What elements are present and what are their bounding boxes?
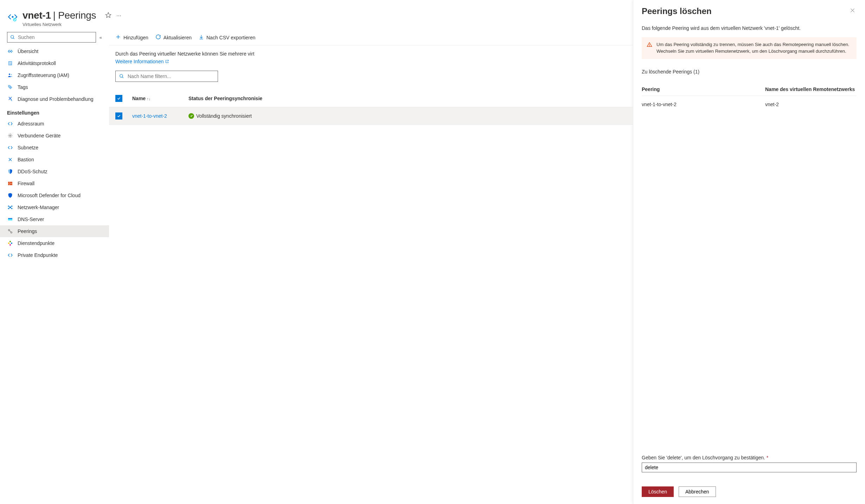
cancel-button[interactable]: Abbrechen xyxy=(679,486,716,497)
sidebar-search-input[interactable] xyxy=(18,34,93,40)
panel-table-row: vnet-1-to-vnet-2vnet-2 xyxy=(642,96,857,111)
sidebar-item[interactable]: Adressraum xyxy=(0,118,109,130)
download-icon xyxy=(199,34,204,41)
nav-label: Firewall xyxy=(18,181,34,186)
svg-point-10 xyxy=(9,73,10,75)
sidebar-item[interactable]: Private Endpunkte xyxy=(0,249,109,261)
panel-remote-name: vnet-2 xyxy=(765,102,857,107)
select-all-checkbox[interactable] xyxy=(115,95,122,102)
nav-icon xyxy=(7,60,13,66)
svg-line-38 xyxy=(122,77,123,78)
resource-type: Virtuelles Netzwerk xyxy=(23,22,96,27)
nav-label: Private Endpunkte xyxy=(18,252,58,258)
svg-marker-2 xyxy=(106,13,111,18)
column-status-header[interactable]: Status der Peeringsynchronisie xyxy=(188,96,627,101)
confirm-delete-input[interactable] xyxy=(642,463,857,472)
refresh-button[interactable]: Aktualisieren xyxy=(155,34,192,41)
sidebar-item[interactable]: DDoS-Schutz xyxy=(0,166,109,177)
table-row[interactable]: vnet-1-to-vnet-2Vollständig synchronisie… xyxy=(109,107,633,125)
add-button[interactable]: Hinzufügen xyxy=(115,34,148,41)
refresh-icon xyxy=(155,34,161,41)
sidebar-item[interactable]: Bastion xyxy=(0,154,109,166)
nav-label: Dienstendpunkte xyxy=(18,240,55,246)
collapse-sidebar-icon[interactable]: « xyxy=(100,35,102,40)
sidebar-item[interactable]: Peerings xyxy=(0,225,109,237)
sidebar-item[interactable]: Microsoft Defender for Cloud xyxy=(0,189,109,201)
search-icon xyxy=(119,74,124,79)
svg-point-37 xyxy=(120,75,123,77)
nav-icon xyxy=(7,72,13,78)
svg-point-42 xyxy=(649,46,649,46)
nav-label: DNS-Server xyxy=(18,217,44,222)
nav-label: Netzwerk-Manager xyxy=(18,205,59,210)
sidebar-item[interactable]: Tags xyxy=(0,81,109,93)
svg-point-11 xyxy=(11,74,12,75)
nav-icon xyxy=(7,252,13,258)
peering-link[interactable]: vnet-1-to-vnet-2 xyxy=(132,113,167,119)
nav-icon xyxy=(7,216,13,222)
vnet-icon xyxy=(7,11,18,22)
sidebar-search[interactable] xyxy=(7,32,96,43)
svg-point-31 xyxy=(9,241,11,242)
nav-icon xyxy=(7,144,13,151)
svg-rect-14 xyxy=(8,182,12,185)
nav-icon xyxy=(7,180,13,187)
sidebar-item[interactable]: Zugriffssteuerung (IAM) xyxy=(0,69,109,81)
svg-point-29 xyxy=(8,243,9,244)
export-csv-button[interactable]: Nach CSV exportieren xyxy=(199,34,255,41)
svg-point-12 xyxy=(9,86,9,86)
filter-input[interactable] xyxy=(128,73,214,79)
delete-button[interactable]: Löschen xyxy=(642,486,674,497)
svg-line-4 xyxy=(13,38,14,39)
panel-intro: Das folgende Peering wird aus dem virtue… xyxy=(642,25,857,31)
nav-icon xyxy=(7,121,13,127)
search-icon xyxy=(10,35,15,40)
more-icon[interactable]: ⋯ xyxy=(116,13,121,19)
nav-label: DDoS-Schutz xyxy=(18,169,47,174)
favorite-star-icon[interactable] xyxy=(105,12,111,19)
sidebar-item[interactable]: Aktivitätsprotokoll xyxy=(0,57,109,69)
row-checkbox[interactable] xyxy=(115,112,122,119)
sidebar-item[interactable]: Netzwerk-Manager xyxy=(0,201,109,213)
peerings-table: Name↑↓ Status der Peeringsynchronisie vn… xyxy=(109,90,633,125)
sidebar-item[interactable]: Übersicht xyxy=(0,45,109,57)
warning-banner: Um das Peering vollständig zu trennen, m… xyxy=(642,37,857,59)
svg-rect-8 xyxy=(9,63,12,63)
svg-point-1 xyxy=(13,18,17,21)
sidebar-item[interactable]: Dienstendpunkte xyxy=(0,237,109,249)
nav-icon xyxy=(7,204,13,211)
svg-point-32 xyxy=(9,244,11,246)
panel-col-peering: Peering xyxy=(642,86,765,92)
svg-point-23 xyxy=(8,208,9,209)
sidebar-item[interactable]: Diagnose und Problembehandlung xyxy=(0,93,109,105)
nav-label: Subnetze xyxy=(18,145,38,150)
sidebar-item[interactable]: DNS-Server xyxy=(0,213,109,225)
nav-label: Aktivitätsprotokoll xyxy=(18,60,56,66)
column-name-header[interactable]: Name↑↓ xyxy=(132,96,188,101)
learn-more-link[interactable]: Weitere Informationen xyxy=(109,58,175,69)
delete-peerings-panel: Peerings löschen Das folgende Peering wi… xyxy=(633,0,865,504)
sidebar-item[interactable]: Firewall xyxy=(0,177,109,189)
warning-icon xyxy=(647,42,652,55)
nav-icon xyxy=(7,240,13,246)
nav-label: Microsoft Defender for Cloud xyxy=(18,193,81,198)
nav-icon xyxy=(7,96,13,102)
close-panel-icon[interactable] xyxy=(848,6,857,16)
svg-rect-26 xyxy=(8,218,12,219)
nav-icon xyxy=(7,228,13,234)
nav-label: Bastion xyxy=(18,157,34,162)
external-link-icon xyxy=(165,59,169,64)
svg-point-24 xyxy=(11,208,12,209)
page-header: vnet-1 | Peerings Virtuelles Netzwerk ⋯ xyxy=(0,0,633,30)
nav-icon xyxy=(7,168,13,175)
sidebar: « ÜbersichtAktivitätsprotokollZugriffsst… xyxy=(0,30,109,504)
svg-point-22 xyxy=(11,206,12,206)
svg-point-20 xyxy=(9,207,11,208)
nav-label: Übersicht xyxy=(18,49,38,54)
nav-label: Verbundene Geräte xyxy=(18,133,60,138)
filter-box[interactable] xyxy=(115,71,218,82)
success-icon xyxy=(188,113,194,119)
panel-title: Peerings löschen xyxy=(642,6,712,16)
sidebar-item[interactable]: Subnetze xyxy=(0,142,109,154)
sidebar-item[interactable]: Verbundene Geräte xyxy=(0,130,109,142)
